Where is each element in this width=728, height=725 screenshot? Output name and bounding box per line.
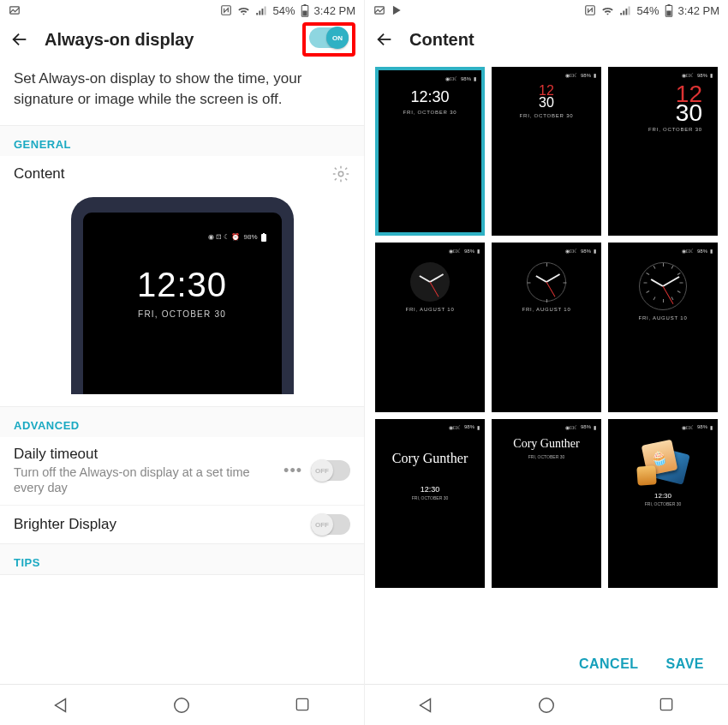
status-bar: 54% 3:42 PM [0,0,364,21]
description-text: Set Always-on display to show the time, … [0,58,364,125]
svg-rect-2 [256,13,258,15]
style-signature-2[interactable]: ◉⊡☾98%▮ Cory Gunther FRI, OCTOBER 30 [492,419,601,588]
signal-icon [255,4,268,17]
svg-point-28 [540,698,554,712]
page-title: Always-on display [45,30,194,50]
section-general: GENERAL [0,125,364,156]
svg-marker-27 [420,698,430,711]
daily-timeout-row[interactable]: Daily timeout Turn off the Always-on dis… [0,437,364,506]
style-analog-2[interactable]: ◉⊡☾98%▮ FRI, AUGUST 10 [492,243,601,411]
preview-time: 12:30 [83,266,282,304]
battery-icon [301,4,309,17]
section-advanced: ADVANCED [0,406,364,437]
svg-rect-15 [296,698,307,710]
svg-rect-22 [628,6,630,15]
svg-rect-16 [375,7,385,14]
photo-stack-icon: 🧁 [637,442,689,485]
svg-rect-7 [303,4,306,6]
battery-text: 54% [637,4,659,17]
svg-rect-8 [302,10,307,15]
picture-icon [373,4,385,16]
style-digital-3[interactable]: ◉⊡☾98%▮ 12 30 FRI, OCTOBER 30 [608,67,718,236]
nfc-icon [584,4,596,16]
svg-marker-13 [55,698,65,711]
nav-home-icon[interactable] [537,696,556,715]
nfc-icon [220,4,232,16]
svg-rect-12 [263,233,265,234]
analog-clock-icon [527,262,566,302]
brighter-display-row[interactable]: Brighter Display OFF [0,505,364,543]
settings-screen: 54% 3:42 PM Always-on display ON Set Alw… [0,0,364,725]
action-bar: CANCEL SAVE [365,644,728,684]
style-analog-1[interactable]: ◉⊡☾98%▮ FRI, AUGUST 10 [375,243,485,411]
back-button[interactable] [10,30,29,49]
signature-text: Cory Gunther [513,437,579,451]
content-row[interactable]: Content [0,156,364,192]
toggle-off-label: OFF [311,459,333,482]
svg-rect-19 [620,13,622,15]
content-picker-screen: 54% 3:42 PM Content ◉⊡☾98%▮ 12:30 FRI, O… [364,0,728,725]
back-button[interactable] [375,30,394,49]
svg-rect-0 [10,7,20,14]
content-row-label: Content [14,165,331,183]
svg-point-10 [338,171,343,177]
aod-master-toggle-highlight: ON [302,22,355,57]
svg-rect-21 [625,9,627,15]
daily-timeout-sub: Turn off the Always-on display at a set … [14,464,283,497]
style-grid: ◉⊡☾98%▮ 12:30 FRI, OCTOBER 30 ◉⊡☾98%▮ 12… [375,67,718,588]
style-image[interactable]: ◉⊡☾98%▮ 🧁 12:30 FRI, OCTOBER 30 [608,419,718,588]
page-title: Content [409,30,474,50]
svg-rect-20 [623,10,624,15]
content-preview: ◉ ⊡ ☾ ⏰ 98% 12:30 FRI, OCTOBER 30 [0,192,364,406]
cancel-button[interactable]: CANCEL [579,656,639,672]
style-analog-3[interactable]: ◉⊡☾98%▮ FRI, AUGUST 10 [608,243,718,411]
preview-date: FRI, OCTOBER 30 [83,309,282,319]
style-signature-1[interactable]: ◉⊡☾98%▮ Cory Gunther 12:30 FRI, OCTOBER … [375,419,485,588]
save-button[interactable]: SAVE [666,656,704,672]
svg-rect-25 [666,10,671,15]
nav-back-icon[interactable] [51,696,70,715]
nav-bar [365,684,728,725]
nav-home-icon[interactable] [172,696,191,715]
wifi-icon [601,4,614,17]
wifi-icon [237,4,250,17]
analog-clock-icon [639,262,687,310]
play-icon [391,4,403,16]
svg-marker-17 [393,6,401,15]
aod-master-toggle[interactable]: ON [309,27,349,48]
status-bar: 54% 3:42 PM [365,0,728,21]
nav-recents-icon[interactable] [658,696,677,715]
nav-bar [0,684,364,725]
style-digital-1[interactable]: ◉⊡☾98%▮ 12:30 FRI, OCTOBER 30 [375,67,485,236]
svg-rect-5 [264,6,266,15]
brighter-title: Brighter Display [14,516,311,533]
status-time: 3:42 PM [314,4,355,17]
daily-timeout-title: Daily timeout [14,446,283,463]
more-icon[interactable]: ••• [283,462,302,480]
status-time: 3:42 PM [678,4,719,17]
svg-rect-4 [261,9,263,15]
svg-rect-24 [667,4,670,6]
signal-icon [619,4,632,17]
battery-icon [665,4,673,17]
svg-rect-29 [661,698,672,710]
preview-battery: 98% [243,233,257,241]
header: Always-on display ON [0,21,364,58]
battery-text: 54% [273,4,295,17]
svg-rect-3 [259,10,260,15]
toggle-on-label: ON [326,27,349,49]
section-tips: TIPS [0,543,364,575]
picture-icon [9,4,21,16]
header: Content [365,21,728,58]
gear-icon[interactable] [331,165,350,183]
nav-recents-icon[interactable] [294,696,313,715]
style-digital-2[interactable]: ◉⊡☾98%▮ 12 30 FRI, OCTOBER 30 [492,67,601,236]
svg-point-14 [175,698,189,712]
svg-rect-11 [261,234,266,242]
daily-timeout-toggle[interactable]: OFF [311,460,350,481]
nav-back-icon[interactable] [416,696,435,715]
signature-text: Cory Gunther [392,451,468,466]
brighter-toggle[interactable]: OFF [311,514,350,535]
analog-clock-icon [410,262,450,302]
